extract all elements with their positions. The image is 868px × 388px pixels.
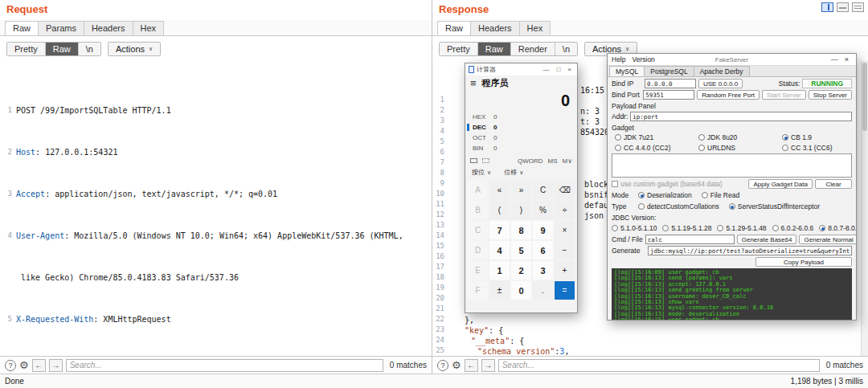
fakeserver-tab[interactable]: MySQL	[609, 66, 645, 76]
response-tab[interactable]: Hex	[519, 21, 551, 35]
calculator-key[interactable]: 7	[489, 221, 510, 239]
calculator-key[interactable]: 5	[511, 241, 531, 259]
radix-row[interactable]: OCT 0	[465, 133, 577, 143]
jdbc-version-option[interactable]: 6.0.2-6.0.6	[772, 224, 814, 232]
calculator-titlebar[interactable]: 计算器 — □ ×	[465, 63, 577, 76]
calculator-key[interactable]: 3	[533, 261, 553, 280]
radio-icon[interactable]	[615, 145, 621, 151]
stop-server-button[interactable]: Stop Server	[809, 90, 852, 100]
version-menu[interactable]: Version	[632, 55, 654, 63]
request-tab[interactable]: Params	[38, 21, 84, 35]
radio-icon[interactable]	[698, 145, 705, 151]
gadget-option[interactable]: JDK 8u20	[698, 133, 782, 141]
radix-row[interactable]: BIN 0	[465, 143, 577, 153]
request-tab[interactable]: Hex	[133, 21, 165, 35]
close-icon[interactable]: ×	[565, 66, 574, 73]
calculator-key[interactable]: )	[511, 201, 531, 219]
calculator-key[interactable]: (	[489, 201, 510, 219]
close-icon[interactable]: ×	[841, 55, 852, 63]
help-menu[interactable]: Help	[612, 55, 625, 63]
response-view-subtab[interactable]: \n	[555, 43, 577, 55]
request-view-subtab[interactable]: \n	[79, 43, 100, 55]
response-view-subtab[interactable]: Raw	[478, 43, 511, 55]
calculator-key[interactable]: 9	[533, 221, 553, 239]
calculator-key[interactable]: ±	[489, 281, 510, 300]
generate-normal-button[interactable]: Generate Normal	[799, 235, 857, 244]
jdbc-version-option[interactable]: 5.1.19-5.1.28	[662, 224, 711, 232]
response-view-subtab[interactable]: Pretty	[440, 43, 478, 55]
addr-input[interactable]	[630, 112, 852, 121]
calculator-key[interactable]: %	[533, 201, 553, 219]
layout-tabs-icon[interactable]	[852, 2, 864, 12]
gadget-option[interactable]: JDK 7u21	[615, 133, 698, 141]
calculator-key[interactable]: B	[468, 201, 488, 219]
calculator-key[interactable]: A	[468, 181, 488, 199]
jdbc-version-option[interactable]: 8.0.7-8.0.20	[819, 224, 857, 232]
settings-gear-icon[interactable]: ⚙	[452, 360, 461, 371]
calculator-key[interactable]: ⌫	[555, 181, 575, 199]
calculator-key[interactable]: 2	[511, 261, 531, 280]
request-editor[interactable]: 1 POST /99/ImportSQLTable HTTP/1.1 2 Hos…	[0, 61, 432, 356]
full-keypad-icon[interactable]	[470, 158, 477, 163]
maximize-icon[interactable]: □	[554, 66, 563, 73]
settings-gear-icon[interactable]: ⚙	[19, 360, 29, 371]
radio-icon[interactable]	[698, 134, 705, 141]
help-icon[interactable]: ?	[5, 360, 16, 371]
response-scrollbar[interactable]	[861, 61, 868, 356]
calculator-key[interactable]: C	[533, 181, 553, 199]
bind-port-input[interactable]	[643, 90, 694, 100]
radio-icon[interactable]	[638, 192, 645, 198]
random-free-port-button[interactable]: Random Free Port	[697, 90, 760, 100]
minimize-icon[interactable]: —	[828, 55, 841, 63]
calculator-key[interactable]: 1	[489, 261, 510, 280]
fakeserver-titlebar[interactable]: FakeServer Help Version — ×	[608, 54, 856, 66]
radio-icon[interactable]	[772, 225, 779, 231]
calculator-key[interactable]: 6	[533, 241, 553, 259]
layout-rows-icon[interactable]	[837, 2, 849, 12]
jdbc-version-option[interactable]: 5.1.29-5.1.48	[717, 224, 766, 232]
copy-payload-button[interactable]: Copy Payload	[755, 257, 852, 267]
response-tab[interactable]: Raw	[437, 21, 471, 35]
mode-option[interactable]: Deserialization	[638, 191, 692, 199]
radio-icon[interactable]	[662, 225, 669, 231]
radix-row[interactable]: HEX 0	[465, 112, 577, 122]
minimize-icon[interactable]: —	[540, 66, 551, 73]
calculator-key[interactable]: F	[468, 281, 488, 300]
calculator-key[interactable]: D	[468, 241, 488, 259]
calculator-key[interactable]: 8	[511, 221, 531, 239]
clear-button[interactable]: Clear	[815, 179, 852, 189]
radix-row[interactable]: DEC 0	[465, 122, 577, 133]
word-size-toggle[interactable]: QWORD	[518, 157, 543, 165]
gadget-option[interactable]: CC 3.1 (CC6)	[782, 144, 852, 152]
calculator-key[interactable]: »	[511, 181, 531, 199]
request-view-subtab[interactable]: Raw	[46, 43, 79, 55]
request-actions-button[interactable]: Actions ∨	[108, 42, 161, 56]
request-view-subtab[interactable]: Pretty	[7, 43, 46, 55]
layout-columns-icon[interactable]	[821, 2, 833, 12]
search-prev-button[interactable]: ←	[32, 359, 46, 372]
radio-icon[interactable]	[612, 225, 618, 231]
search-next-button[interactable]: →	[49, 359, 63, 372]
start-server-button[interactable]: Start Server	[762, 90, 806, 100]
request-tab[interactable]: Headers	[84, 21, 133, 35]
generate-payload-input[interactable]	[648, 246, 852, 255]
help-icon[interactable]: ?	[437, 360, 448, 371]
radio-icon[interactable]	[819, 225, 825, 231]
radio-icon[interactable]	[638, 203, 645, 210]
request-search-input[interactable]	[66, 359, 383, 372]
calculator-key[interactable]: +	[555, 261, 575, 280]
calculator-key[interactable]: −	[555, 241, 575, 259]
radio-icon[interactable]	[702, 192, 708, 198]
search-next-button[interactable]: →	[481, 359, 495, 372]
gadget-option[interactable]: CC 4.4.0 (CC2)	[615, 144, 698, 152]
response-tab[interactable]: Headers	[470, 21, 520, 35]
calculator-key[interactable]: E	[468, 261, 488, 280]
bitwise-dropdown[interactable]: 按位 ∨	[472, 168, 491, 177]
request-tab[interactable]: Raw	[5, 21, 39, 35]
radio-icon[interactable]	[782, 134, 788, 141]
jdbc-version-option[interactable]: 5.1.0-5.1.10	[612, 224, 657, 232]
apply-gadget-data-button[interactable]: Apply Gadget Data	[748, 179, 813, 189]
gadget-option[interactable]: CB 1.9	[782, 133, 852, 141]
fakeserver-tab[interactable]: Apache Derby	[694, 66, 750, 76]
calculator-key[interactable]: =	[555, 281, 575, 300]
